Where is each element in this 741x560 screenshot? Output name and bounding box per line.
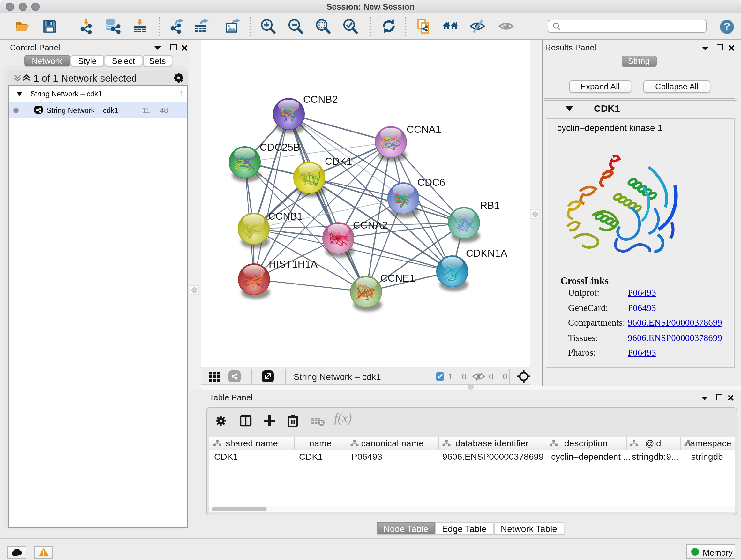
svg-text:RB1: RB1 (480, 199, 499, 211)
svg-text:CDK1: CDK1 (325, 155, 352, 167)
svg-text:CDC25B: CDC25B (259, 141, 300, 153)
svg-text:HIST1H1A: HIST1H1A (268, 258, 318, 270)
svg-text:CCNA1: CCNA1 (406, 124, 441, 135)
svg-text:CDKN1A: CDKN1A (466, 247, 507, 259)
svg-text:CDC6: CDC6 (417, 177, 445, 188)
svg-text:CCNA2: CCNA2 (353, 219, 387, 231)
svg-text:CCNB1: CCNB1 (268, 210, 302, 222)
svg-text:CCNB2: CCNB2 (303, 94, 337, 105)
svg-text:CCNE1: CCNE1 (380, 272, 414, 284)
